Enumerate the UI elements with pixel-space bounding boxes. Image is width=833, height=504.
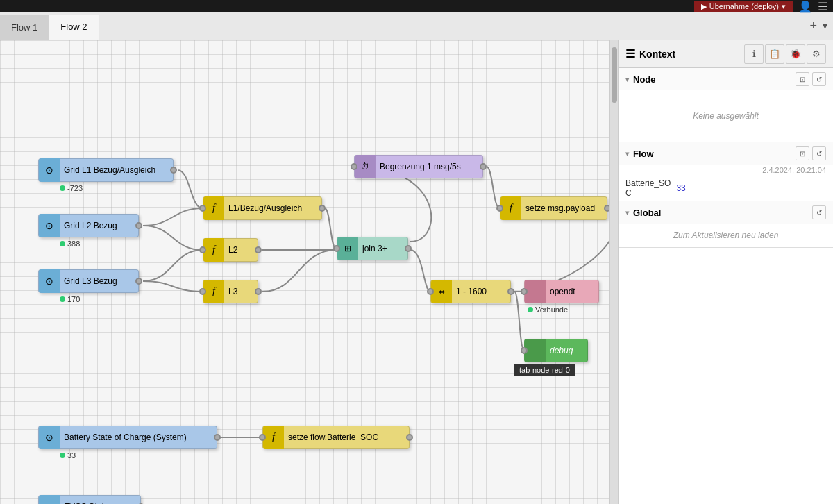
- port-in-setze-payload[interactable]: [496, 205, 503, 212]
- node-icon-evcs: ⊙: [39, 495, 60, 504]
- flow-section-header[interactable]: ▾ Flow ⊡ ↺: [619, 142, 833, 165]
- flow-section-refresh[interactable]: ↺: [812, 146, 826, 160]
- port-in-setze-soc[interactable]: [259, 434, 266, 441]
- port-out-func-l2[interactable]: [255, 246, 262, 253]
- node-setze-payload[interactable]: f setze msg.payload: [500, 196, 607, 220]
- node-icon-l3: ⊙: [39, 269, 60, 293]
- rp-bug-button[interactable]: 🐞: [786, 44, 805, 64]
- node-setze-soc[interactable]: f setze flow.Batterie_SOC: [262, 426, 410, 449]
- node-section-header[interactable]: ▾ Node ⊡ ↺: [619, 68, 833, 90]
- node-section-refresh[interactable]: ↺: [812, 72, 826, 86]
- flow-section-label: Flow: [633, 149, 654, 159]
- node-icon-func-l3: f: [203, 280, 224, 303]
- global-section-body: Zum Aktualisieren neu laden: [619, 224, 833, 247]
- node-join[interactable]: ⊞ join 3+: [337, 237, 408, 260]
- tab-flow1[interactable]: Flow 1: [0, 15, 49, 40]
- flow-kv-batterie: Batterie_SOC 33: [619, 176, 833, 201]
- global-section: ▾ Global ↺ Zum Aktualisieren neu laden: [619, 201, 833, 248]
- status-battery: 33: [60, 451, 76, 460]
- port-out-l1[interactable]: [170, 167, 177, 174]
- node-label-battery: Battery State of Charge (System): [60, 432, 191, 442]
- node-opendt[interactable]: opendt Verbunde: [524, 280, 599, 303]
- port-in-func-l2[interactable]: [199, 246, 206, 253]
- port-in-debug[interactable]: [521, 347, 528, 354]
- node-label-begrenzung: Begrenzung 1 msg/5s: [376, 162, 465, 171]
- node-label-join: join 3+: [358, 244, 392, 253]
- status-text-l1: -723: [67, 184, 83, 192]
- port-in-join[interactable]: [333, 245, 340, 252]
- node-section-actions: ⊡ ↺: [796, 72, 826, 86]
- node-grid-l3[interactable]: ⊙ Grid L3 Bezug 170: [38, 269, 139, 293]
- status-dot-l1: [60, 185, 65, 191]
- right-panel: ☰ Kontext ℹ 📋 🐞 ⚙ ▾ Node ⊡ ↺ Keine ausge…: [618, 40, 833, 504]
- node-begrenzung[interactable]: ⏱ Begrenzung 1 msg/5s: [354, 155, 483, 178]
- node-label-func-l2: L2: [224, 245, 242, 255]
- status-dot-battery: [60, 453, 65, 458]
- tab-flow2[interactable]: Flow 2: [49, 15, 99, 40]
- node-icon-join: ⊞: [337, 237, 358, 260]
- status-l3: 170: [60, 295, 80, 303]
- port-out-begrenzung[interactable]: [480, 163, 487, 170]
- deploy-label: Übernahme (deploy): [709, 2, 779, 10]
- port-in-range[interactable]: [427, 288, 434, 295]
- port-out-join[interactable]: [405, 245, 412, 252]
- kontext-icon: ☰: [625, 47, 635, 60]
- port-out-setze-soc[interactable]: [406, 434, 413, 441]
- status-text-opendt: Verbunde: [535, 305, 568, 314]
- canvas-scrollbar-thumb[interactable]: [612, 47, 617, 103]
- node-label-l3: Grid L3 Bezug: [60, 276, 121, 286]
- port-in-opendt[interactable]: [521, 288, 528, 295]
- status-dot-l2: [60, 241, 65, 246]
- global-section-refresh[interactable]: ↺: [812, 205, 826, 219]
- status-l1: -723: [60, 184, 83, 192]
- rp-settings-button[interactable]: ⚙: [807, 44, 826, 64]
- global-reload-text: Zum Aktualisieren neu laden: [673, 230, 779, 240]
- rp-info-button[interactable]: ℹ: [744, 44, 764, 64]
- tab-flow2-label: Flow 2: [60, 22, 87, 32]
- port-out-l2[interactable]: [135, 222, 142, 229]
- node-evcs[interactable]: ⊙ EVCS Status 0: [38, 495, 141, 504]
- node-debug[interactable]: debug: [524, 339, 588, 362]
- port-out-func-l3[interactable]: [255, 288, 262, 295]
- port-in-func-l1[interactable]: [199, 205, 206, 212]
- node-icon-func-l2: f: [203, 238, 224, 262]
- node-section-expand[interactable]: ⊡: [796, 72, 809, 86]
- tooltip-text: tab-node-red-0: [519, 366, 570, 374]
- node-func-l1[interactable]: f L1/Bezug/Ausgleich: [203, 196, 322, 220]
- canvas[interactable]: ⊙ Grid L1 Bezug/Ausgleich -723 ⊙ Grid L2…: [0, 40, 618, 504]
- status-l2: 388: [60, 240, 80, 248]
- add-tab-button[interactable]: +: [809, 19, 817, 33]
- node-func-l2[interactable]: f L2: [203, 238, 258, 262]
- kontext-label: Kontext: [639, 49, 675, 60]
- status-dot-opendt: [528, 307, 533, 312]
- rp-list-button[interactable]: 📋: [765, 44, 784, 64]
- node-icon-debug: [525, 339, 546, 362]
- port-in-begrenzung[interactable]: [351, 163, 357, 170]
- node-grid-l2[interactable]: ⊙ Grid L2 Bezug 388: [38, 214, 139, 237]
- deploy-button[interactable]: ▶ Übernahme (deploy) ▾: [694, 1, 793, 12]
- port-in-func-l3[interactable]: [199, 288, 206, 295]
- global-section-label: Global: [633, 208, 661, 218]
- port-out-func-l1[interactable]: [319, 205, 326, 212]
- node-icon-begrenzung: ⏱: [355, 155, 376, 178]
- status-opendt: Verbunde: [528, 305, 568, 314]
- node-range[interactable]: ⇔ 1 - 1600: [430, 280, 511, 303]
- tab-actions: + ▾: [804, 12, 833, 40]
- kontext-title: ☰ Kontext: [625, 47, 743, 60]
- more-tabs-button[interactable]: ▾: [823, 20, 827, 31]
- global-section-header[interactable]: ▾ Global ↺: [619, 201, 833, 224]
- status-text-battery: 33: [67, 451, 76, 460]
- node-label-func-l3: L3: [224, 287, 242, 296]
- node-battery-soc[interactable]: ⊙ Battery State of Charge (System) 33: [38, 426, 217, 449]
- node-func-l3[interactable]: f L3: [203, 280, 258, 303]
- node-grid-l1[interactable]: ⊙ Grid L1 Bezug/Ausgleich -723: [38, 158, 174, 182]
- menu-icon[interactable]: ☰: [818, 0, 827, 13]
- canvas-scrollbar[interactable]: [609, 40, 618, 504]
- port-out-l3[interactable]: [135, 278, 142, 285]
- port-out-range[interactable]: [507, 288, 514, 295]
- flow-section: ▾ Flow ⊡ ↺ 2.4.2024, 20:21:04 Batterie_S…: [619, 142, 833, 201]
- user-icon[interactable]: 👤: [798, 0, 812, 13]
- node-icon-opendt: [525, 280, 546, 303]
- port-out-battery[interactable]: [214, 434, 221, 441]
- flow-section-expand[interactable]: ⊡: [796, 146, 809, 160]
